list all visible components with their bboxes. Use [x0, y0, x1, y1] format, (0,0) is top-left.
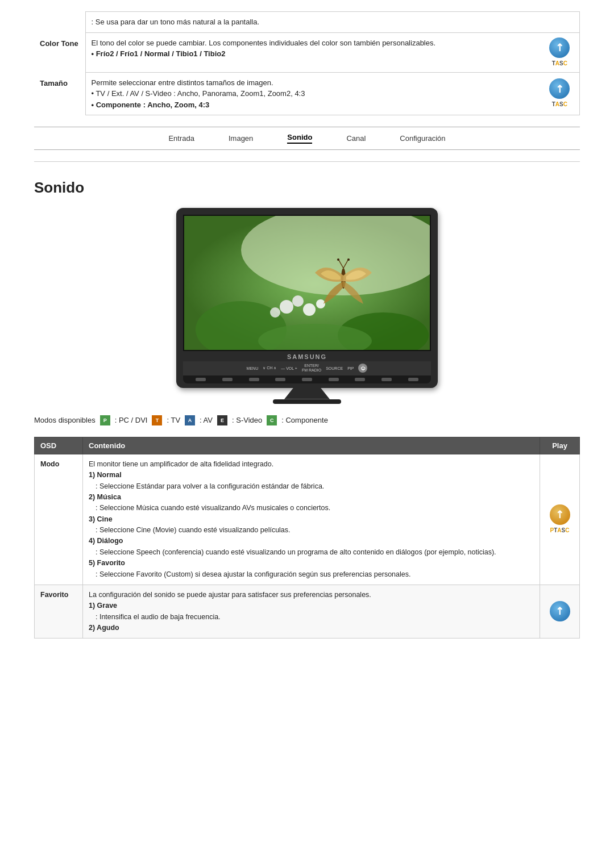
row1-label — [34, 12, 85, 33]
modo-label-cell: Modo — [35, 454, 83, 585]
ptasc-arrow-icon: ↗ — [551, 506, 568, 523]
circle-blue-badge: ↗ — [546, 601, 574, 623]
ptasc-circle: ↗ — [550, 504, 570, 525]
nav-bar: Entrada Imagen Sonido Canal Configuració… — [34, 127, 580, 150]
table-row-favorito: Favorito La configuración del sonido se … — [35, 585, 580, 639]
tv-enter-btn[interactable]: ENTER/FM RADIO — [302, 364, 321, 373]
mode-pc-label: : PC / DVI — [115, 416, 148, 424]
tv-small-btn-3[interactable] — [249, 378, 259, 381]
modo-content-cell: El monitor tiene un amplificador de alta… — [83, 454, 540, 585]
tv-controls: MENU ∨ CH ∧ — VOL + ENTER/FM RADIO SOURC… — [183, 361, 431, 375]
nav-imagen[interactable]: Imagen — [229, 134, 253, 143]
tasc-badge-2: ↗ — [549, 78, 570, 99]
tv-vol-btn[interactable]: — VOL + — [281, 366, 297, 370]
nav-sonido[interactable]: Sonido — [287, 133, 312, 144]
favorito-content-cell: La configuración del sonido se puede aju… — [83, 585, 540, 639]
tv-frame: SAMSUNG MENU ∨ CH ∧ — VOL + ENTER/FM RAD… — [176, 208, 438, 388]
top-table: : Se usa para dar un tono más natural a … — [34, 11, 580, 115]
row1-content: : Se usa para dar un tono más natural a … — [85, 12, 540, 33]
svg-point-5 — [280, 300, 293, 314]
favorito-icon-cell: ↗ — [540, 585, 580, 639]
osd-header-play: Play — [540, 437, 580, 454]
mode-comp-label: : Componente — [281, 416, 328, 424]
tv-small-btn-9[interactable] — [408, 378, 418, 381]
tasc-badge-1: ↗ — [549, 37, 570, 58]
tasc-label-2: TASC — [546, 100, 574, 108]
mode-tv-label: : TV — [167, 416, 180, 424]
nav-entrada[interactable]: Entrada — [168, 134, 194, 143]
tamano-content: Permite seleccionar entre distintos tama… — [85, 72, 540, 115]
tv-ch-btn[interactable]: ∨ CH ∧ — [263, 366, 276, 370]
color-tone-content: El tono del color se puede cambiar. Los … — [85, 32, 540, 72]
tv-small-btn-5[interactable] — [302, 378, 312, 381]
tv-menu-btn[interactable]: MENU — [247, 366, 259, 370]
tasc-label-1: TASC — [546, 59, 574, 68]
row1-icon-cell — [540, 12, 580, 33]
tv-bottom-buttons — [183, 375, 431, 383]
modo-icon-cell: ↗ PTASC — [540, 454, 580, 585]
tv-power-btn[interactable]: ⏻ — [358, 364, 367, 373]
osd-header-content: Contenido — [83, 437, 540, 454]
mode-icon-tv: T — [152, 415, 162, 425]
svg-point-7 — [303, 303, 316, 316]
circle-arrow-icon: ↗ — [551, 602, 568, 619]
modes-line: Modos disponibles P : PC / DVI T : TV A … — [34, 415, 580, 425]
modes-label: Modos disponibles — [34, 416, 96, 424]
tasc-arrow-icon: ↗ — [551, 39, 568, 56]
screen-bg — [184, 216, 430, 350]
tamano-icon: ↗ TASC — [540, 72, 580, 115]
tv-base — [273, 399, 341, 404]
mode-icon-comp: C — [267, 415, 277, 425]
table-row-modo: Modo El monitor tiene un amplificador de… — [35, 454, 580, 585]
circle-blue: ↗ — [550, 601, 570, 621]
tv-source-btn[interactable]: SOURCE — [326, 366, 343, 370]
tasc-arrow-icon-2: ↗ — [551, 80, 568, 97]
osd-table: OSD Contenido Play Modo El monitor tiene… — [34, 437, 580, 639]
mode-icon-pc: P — [100, 415, 110, 425]
svg-point-6 — [292, 295, 304, 307]
ptasc-label: PTASC — [550, 526, 570, 535]
color-tone-icon: ↗ TASC — [540, 32, 580, 72]
tv-pip-btn[interactable]: PIP — [347, 366, 354, 370]
tv-screen — [183, 215, 431, 351]
tv-small-btn-6[interactable] — [329, 378, 339, 381]
tv-small-btn-8[interactable] — [381, 378, 392, 381]
tv-stand — [284, 388, 330, 399]
svg-point-9 — [316, 299, 325, 308]
tv-small-btn-2[interactable] — [222, 378, 233, 381]
nav-configuracion[interactable]: Configuración — [400, 134, 445, 143]
osd-header-osd: OSD — [35, 437, 83, 454]
tv-container: SAMSUNG MENU ∨ CH ∧ — VOL + ENTER/FM RAD… — [34, 208, 580, 404]
mode-sv-label: : S-Video — [232, 416, 262, 424]
tv-screen-content — [184, 216, 431, 351]
tv-brand: SAMSUNG — [183, 351, 431, 361]
section-divider — [34, 161, 580, 162]
favorito-label-cell: Favorito — [35, 585, 83, 639]
mode-icon-sv: E — [217, 415, 227, 425]
svg-point-8 — [270, 307, 280, 318]
mode-av-label: : AV — [200, 416, 213, 424]
tv-small-btn-7[interactable] — [355, 378, 365, 381]
color-tone-label: Color Tone — [34, 32, 85, 72]
sonido-title: Sonido — [34, 179, 580, 197]
ptasc-badge: ↗ PTASC — [546, 504, 574, 535]
tamano-label: Tamaño — [34, 72, 85, 115]
svg-point-14 — [337, 258, 339, 261]
mode-icon-av: A — [185, 415, 195, 425]
tv-small-btn-4[interactable] — [275, 378, 285, 381]
tv-small-btn-1[interactable] — [196, 378, 206, 381]
nav-canal[interactable]: Canal — [346, 134, 366, 143]
svg-point-12 — [347, 258, 350, 261]
